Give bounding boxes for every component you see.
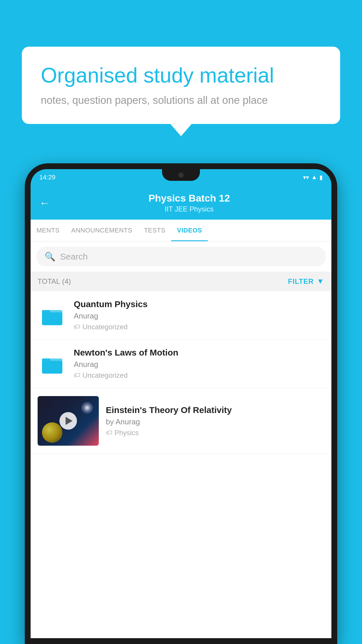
video-author: Anurag bbox=[74, 360, 324, 369]
search-input[interactable]: Search bbox=[60, 252, 88, 262]
header-title-section: Physics Batch 12 IIT JEE Physics bbox=[56, 192, 323, 213]
tab-videos[interactable]: VIDEOS bbox=[171, 220, 208, 241]
video-title: Einstein's Theory Of Relativity bbox=[106, 405, 324, 415]
video-tag: 🏷 Uncategorized bbox=[74, 371, 324, 379]
total-count: TOTAL (4) bbox=[38, 277, 71, 286]
speech-bubble-section: Organised study material notes, question… bbox=[22, 47, 340, 124]
phone-mockup: 14:29 ▾▾ ▲ ▮ ← Physics Batch 12 IIT JEE … bbox=[25, 163, 337, 644]
folder-icon bbox=[41, 304, 64, 327]
header-title: Physics Batch 12 bbox=[56, 192, 323, 204]
wifi-icon: ▾▾ bbox=[303, 174, 309, 181]
item-info-2: Newton's Laws of Motion Anurag 🏷 Uncateg… bbox=[74, 348, 324, 379]
list-item[interactable]: Newton's Laws of Motion Anurag 🏷 Uncateg… bbox=[31, 340, 331, 388]
video-author: by Anurag bbox=[106, 417, 324, 426]
signal-icon: ▲ bbox=[311, 174, 317, 181]
item-thumbnail-3 bbox=[38, 396, 99, 446]
video-author: Anurag bbox=[74, 312, 324, 321]
battery-icon: ▮ bbox=[319, 174, 323, 181]
tag-icon: 🏷 bbox=[106, 429, 112, 437]
notch bbox=[162, 169, 200, 181]
item-info-3: Einstein's Theory Of Relativity by Anura… bbox=[106, 405, 324, 437]
list-item[interactable]: Quantum Physics Anurag 🏷 Uncategorized bbox=[31, 291, 331, 340]
svg-rect-2 bbox=[42, 310, 50, 315]
back-button[interactable]: ← bbox=[39, 197, 50, 209]
search-bar[interactable]: 🔍 Search bbox=[36, 247, 326, 266]
filter-label: FILTER bbox=[288, 277, 314, 286]
video-tag: 🏷 Uncategorized bbox=[74, 323, 324, 331]
video-list: Quantum Physics Anurag 🏷 Uncategorized bbox=[31, 291, 331, 638]
speech-bubble-card: Organised study material notes, question… bbox=[22, 47, 340, 124]
item-thumbnail-1 bbox=[38, 302, 67, 328]
svg-rect-5 bbox=[42, 358, 50, 363]
app-screen: ← Physics Batch 12 IIT JEE Physics MENTS… bbox=[31, 185, 331, 638]
list-item[interactable]: Einstein's Theory Of Relativity by Anura… bbox=[31, 388, 331, 454]
video-title: Quantum Physics bbox=[74, 299, 324, 309]
search-icon: 🔍 bbox=[45, 251, 55, 262]
item-thumbnail-2 bbox=[38, 351, 67, 377]
tag-label: Uncategorized bbox=[82, 323, 128, 331]
tab-tests[interactable]: TESTS bbox=[138, 220, 171, 241]
filter-icon: ▼ bbox=[317, 277, 324, 286]
tag-icon: 🏷 bbox=[74, 323, 80, 331]
bubble-title: Organised study material bbox=[41, 63, 321, 88]
status-bar: 14:29 ▾▾ ▲ ▮ bbox=[31, 169, 331, 185]
header-subtitle: IIT JEE Physics bbox=[56, 205, 323, 213]
tab-ments[interactable]: MENTS bbox=[31, 220, 66, 241]
status-icons: ▾▾ ▲ ▮ bbox=[303, 174, 323, 181]
tag-label: Uncategorized bbox=[82, 371, 128, 379]
tag-label: Physics bbox=[115, 429, 139, 437]
tag-icon: 🏷 bbox=[74, 372, 80, 379]
tabs-bar: MENTS ANNOUNCEMENTS TESTS VIDEOS bbox=[31, 220, 331, 242]
phone-frame: 14:29 ▾▾ ▲ ▮ ← Physics Batch 12 IIT JEE … bbox=[25, 163, 337, 644]
app-header: ← Physics Batch 12 IIT JEE Physics bbox=[31, 185, 331, 220]
filter-row: TOTAL (4) FILTER ▼ bbox=[31, 272, 331, 291]
camera bbox=[178, 172, 184, 178]
folder-icon bbox=[41, 352, 64, 375]
item-info-1: Quantum Physics Anurag 🏷 Uncategorized bbox=[74, 299, 324, 331]
search-bar-container: 🔍 Search bbox=[31, 242, 331, 272]
video-title: Newton's Laws of Motion bbox=[74, 348, 324, 358]
bubble-subtitle: notes, question papers, solutions all at… bbox=[41, 94, 321, 106]
filter-button[interactable]: FILTER ▼ bbox=[288, 277, 324, 286]
thumbnail-overlay bbox=[38, 396, 99, 446]
video-tag: 🏷 Physics bbox=[106, 429, 324, 437]
tab-announcements[interactable]: ANNOUNCEMENTS bbox=[66, 220, 138, 241]
status-time: 14:29 bbox=[39, 174, 55, 181]
play-button[interactable] bbox=[59, 412, 77, 430]
play-icon bbox=[66, 417, 73, 425]
